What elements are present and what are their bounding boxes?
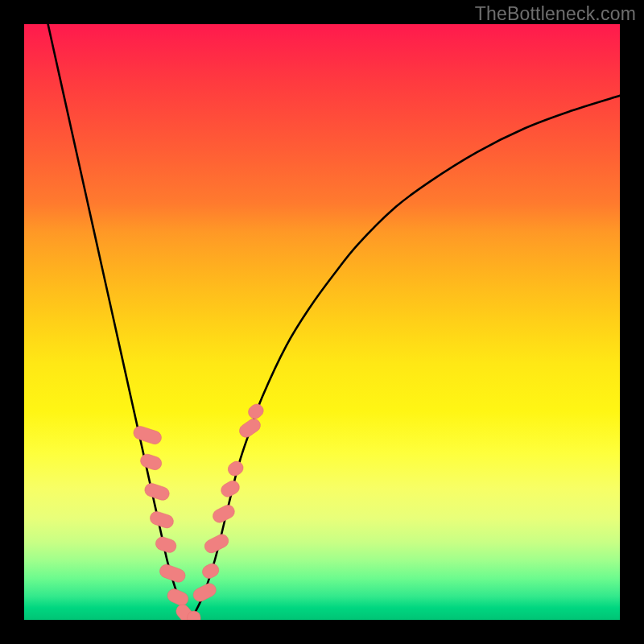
watermark-text: TheBottleneck.com (475, 3, 636, 25)
chart-frame: TheBottleneck.com (0, 0, 644, 644)
chart-plot-area (24, 24, 620, 620)
